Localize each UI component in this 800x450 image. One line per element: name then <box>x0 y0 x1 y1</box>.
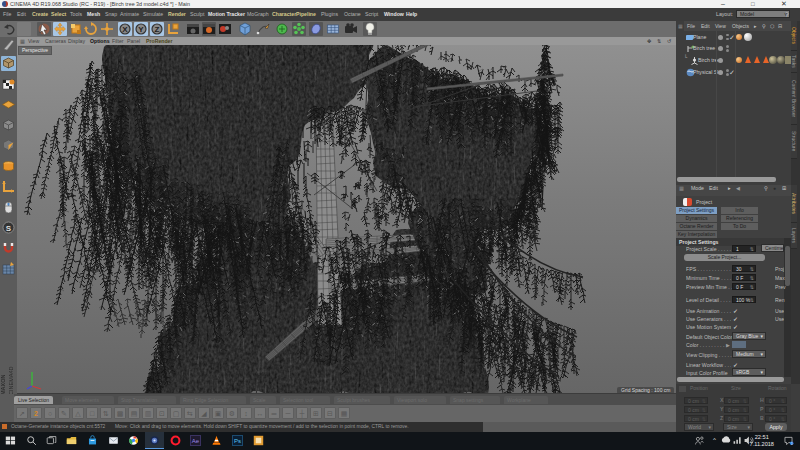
svg-text:S: S <box>6 224 12 233</box>
svg-text:Y: Y <box>138 25 144 34</box>
svg-text:1: 1 <box>791 442 793 446</box>
svg-text:X: X <box>122 25 128 34</box>
svg-text:Z: Z <box>155 25 160 34</box>
